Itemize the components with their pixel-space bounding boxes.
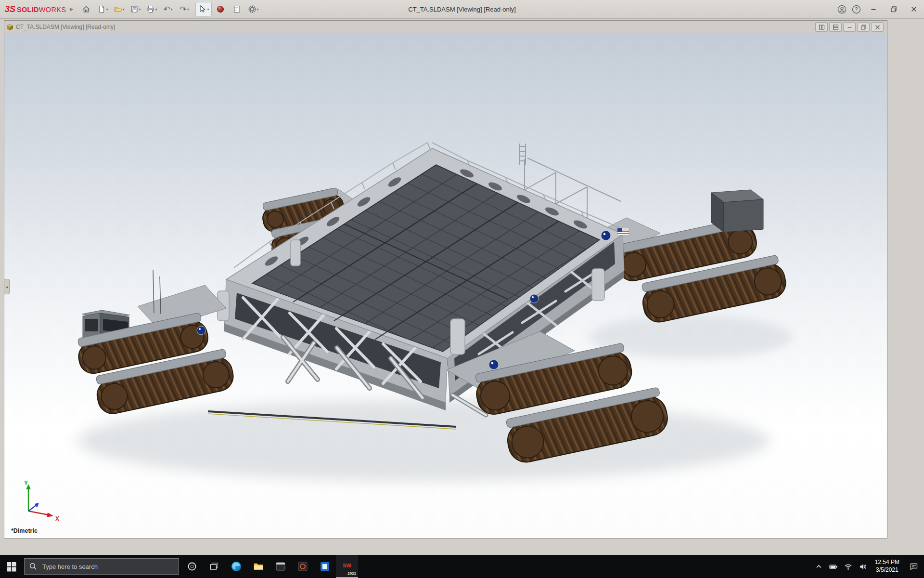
solidworks-year-badge: 2021 [347, 571, 356, 576]
doc-minimize-icon [847, 24, 853, 30]
network-button[interactable] [841, 555, 856, 578]
open-folder-icon [114, 5, 122, 13]
tile-vertical-icon [819, 24, 825, 30]
save-caret[interactable]: ▾ [139, 7, 141, 12]
solidworks-logo: 3S SOLID WORKS [5, 4, 66, 14]
document-window: CT_TA.SLDASM [Viewing] [Read-only] [4, 20, 887, 539]
task-view-button[interactable] [203, 555, 225, 578]
solidworks-taskbar-button[interactable]: SW 2021 [336, 555, 358, 578]
doc-close-button[interactable] [871, 22, 884, 32]
us-flag-decal [617, 228, 629, 235]
clock-date: 3/5/2021 [876, 566, 898, 574]
print-button[interactable]: ▾ [144, 2, 159, 16]
windows-taskbar: SW 2021 [0, 555, 924, 578]
app-window-title: CT_TA.SLDASM [Viewing] [Read-only] [408, 6, 516, 13]
select-caret[interactable]: ▾ [207, 7, 209, 12]
open-button[interactable]: ▾ [111, 2, 127, 16]
front-left-track-group [75, 270, 236, 416]
chevron-up-icon [815, 563, 822, 570]
options-button[interactable]: ▾ [245, 2, 261, 16]
close-button[interactable] [904, 0, 924, 18]
pinned-app-2-icon [297, 561, 308, 572]
cortana-button[interactable] [181, 555, 203, 578]
windows-logo-icon [6, 562, 16, 572]
3dexperience-button[interactable] [213, 2, 228, 16]
pinned-app-1-icon [275, 561, 286, 572]
svg-text:SW: SW [343, 563, 351, 568]
new-document-button[interactable]: ▾ [95, 2, 110, 16]
open-caret[interactable]: ▾ [123, 7, 125, 12]
brand-solid-text: SOLID [17, 6, 39, 13]
select-cursor-icon [198, 5, 207, 13]
doc-restore-icon [860, 24, 867, 30]
battery-button[interactable] [826, 555, 841, 578]
view-orientation-label: *Dimetric [11, 527, 38, 534]
redo-button[interactable]: ↷ ▾ [177, 2, 192, 16]
print-caret[interactable]: ▾ [155, 7, 157, 12]
redo-icon: ↷ [180, 5, 186, 13]
pinned-app-3-icon [319, 561, 331, 572]
dassault-logo-mark: 3S [5, 4, 15, 14]
doc-restore-button[interactable] [857, 22, 870, 32]
file-properties-button[interactable] [229, 2, 244, 16]
doc-tile-vertical-button[interactable] [815, 22, 828, 32]
edge-icon [231, 561, 242, 572]
help-button[interactable]: ? [849, 2, 863, 16]
orientation-triad[interactable]: Y X [17, 478, 63, 523]
options-caret[interactable]: ▾ [257, 7, 259, 12]
brand-works-text: WORKS [39, 6, 66, 13]
splitter-arrow-icon: ◀ [6, 285, 8, 289]
new-document-icon [97, 5, 106, 13]
undo-button[interactable]: ↶ ▾ [160, 2, 176, 16]
document-window-controls [815, 22, 885, 32]
doc-tile-horizontal-button[interactable] [829, 22, 842, 32]
redo-caret[interactable]: ▾ [187, 7, 189, 12]
menu-expand-icon[interactable]: ▶ [70, 7, 73, 12]
options-gear-icon [248, 5, 257, 13]
battery-icon [829, 563, 837, 571]
print-icon [146, 5, 155, 13]
document-titlebar: CT_TA.SLDASM [Viewing] [Read-only] [4, 21, 887, 34]
app-titlebar: 3S SOLID WORKS ▶ ▾ ▾ ▾ [0, 0, 924, 19]
volume-button[interactable] [856, 555, 871, 578]
graphics-viewport[interactable]: Y X *Dimetric ◀ [4, 33, 887, 538]
taskbar-search-box[interactable] [24, 558, 179, 575]
notification-icon [910, 562, 918, 571]
minimize-button[interactable] [863, 0, 884, 18]
edge-button[interactable] [225, 555, 247, 578]
undo-icon: ↶ [163, 5, 170, 13]
restore-button[interactable] [884, 0, 904, 18]
hidden-icons-button[interactable] [812, 555, 826, 578]
undo-caret[interactable]: ▾ [171, 7, 173, 12]
file-explorer-button[interactable] [247, 555, 270, 578]
restore-icon [890, 6, 897, 13]
new-document-caret[interactable]: ▾ [106, 7, 108, 12]
start-button[interactable] [0, 555, 22, 578]
account-button[interactable] [834, 2, 849, 16]
home-button[interactable] [78, 2, 94, 16]
rear-equipment-box [711, 190, 763, 232]
action-center-button[interactable] [904, 555, 924, 578]
taskbar-clock[interactable]: 12:54 PM 3/5/2021 [871, 555, 904, 578]
taskbar-search-input[interactable] [41, 563, 174, 571]
system-tray: 12:54 PM 3/5/2021 [812, 555, 924, 578]
crawler-transporter-model [4, 33, 887, 538]
task-view-icon [209, 562, 219, 571]
file-properties-icon [232, 5, 241, 13]
cortana-icon [187, 562, 197, 571]
pinned-app-2-button[interactable] [292, 555, 314, 578]
document-title: CT_TA.SLDASM [Viewing] [Read-only] [16, 24, 115, 30]
wifi-icon [844, 563, 852, 571]
triad-y-label: Y [24, 480, 28, 486]
select-tool-button[interactable]: ▾ [195, 2, 212, 16]
pinned-app-3-button[interactable] [314, 555, 336, 578]
save-button[interactable]: ▾ [128, 2, 143, 16]
svg-text:?: ? [855, 6, 858, 12]
pinned-app-1-button[interactable] [270, 555, 292, 578]
featuremanager-splitter-handle[interactable]: ◀ [4, 279, 10, 294]
doc-close-icon [874, 24, 881, 30]
doc-minimize-button[interactable] [843, 22, 856, 32]
user-account-icon [837, 5, 847, 14]
titlebar-right-controls: ? [834, 0, 924, 18]
save-icon [130, 5, 139, 13]
